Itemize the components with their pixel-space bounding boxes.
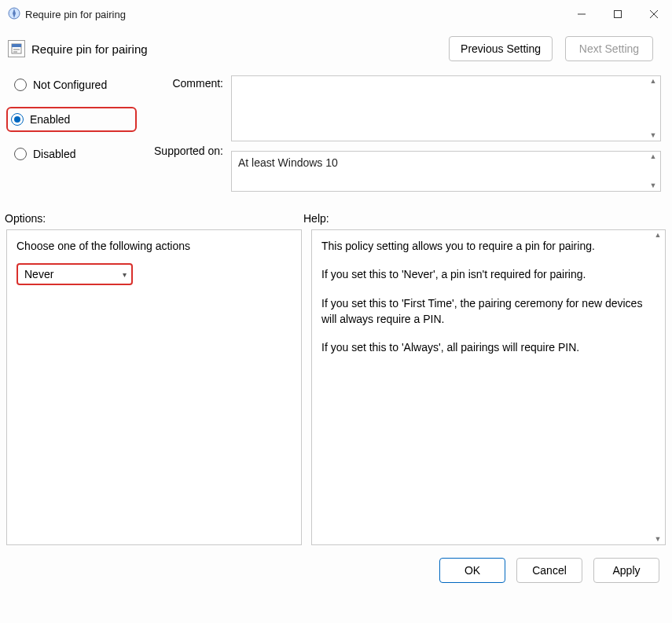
svg-rect-2: [615, 11, 622, 18]
apply-button[interactable]: Apply: [593, 558, 659, 583]
header: Require pin for pairing Previous Setting…: [0, 28, 672, 61]
ok-button[interactable]: OK: [439, 558, 505, 583]
scroll-up-icon: ▲: [651, 232, 665, 239]
svg-rect-8: [13, 51, 17, 53]
close-button[interactable]: [636, 0, 672, 28]
page-title: Require pin for pairing: [31, 42, 148, 56]
help-pane: This policy setting allows you to requir…: [311, 229, 666, 545]
chevron-down-icon: ▾: [123, 270, 127, 279]
radio-disabled[interactable]: Disabled: [11, 146, 137, 162]
radio-not-configured[interactable]: Not Configured: [11, 77, 137, 93]
options-pane: Choose one of the following actions Neve…: [6, 229, 302, 545]
supported-value: At least Windows 10: [232, 152, 660, 174]
help-text: If you set this to 'Always', all pairing…: [321, 339, 655, 355]
supported-on-textbox: At least Windows 10 ▲ ▼: [231, 151, 661, 192]
options-prompt: Choose one of the following actions: [17, 240, 292, 252]
scroll-down-icon: ▼: [646, 182, 660, 189]
help-text: This policy setting allows you to requir…: [321, 238, 655, 254]
comment-value: [232, 76, 660, 86]
previous-setting-button[interactable]: Previous Setting: [449, 36, 553, 61]
titlebar: Require pin for pairing: [0, 0, 672, 28]
options-label: Options:: [5, 212, 303, 225]
radio-label: Disabled: [33, 148, 75, 160]
options-dropdown[interactable]: Never ▾: [17, 263, 133, 285]
scroll-up-icon: ▲: [646, 153, 660, 160]
window-title: Require pin for pairing: [25, 9, 126, 20]
scroll-up-icon: ▲: [646, 78, 660, 85]
scroll-down-icon: ▼: [646, 132, 660, 139]
svg-rect-7: [13, 49, 20, 50]
next-setting-button[interactable]: Next Setting: [565, 36, 653, 61]
cancel-button[interactable]: Cancel: [516, 558, 582, 583]
supported-scrollbar[interactable]: ▲ ▼: [646, 152, 660, 191]
radio-label: Enabled: [30, 113, 70, 126]
comment-label: Comment:: [145, 77, 223, 90]
help-text: If you set this to 'Never', a pin isn't …: [321, 266, 655, 282]
maximize-button[interactable]: [600, 0, 636, 28]
comment-textbox[interactable]: ▲ ▼: [231, 75, 661, 141]
radio-label: Not Configured: [33, 79, 107, 91]
radio-icon: [14, 79, 27, 91]
scroll-down-icon: ▼: [651, 536, 665, 543]
help-label: Help:: [303, 212, 661, 225]
svg-rect-6: [12, 44, 21, 47]
radio-enabled[interactable]: Enabled: [6, 107, 137, 132]
app-icon: [8, 7, 20, 22]
dialog-footer: OK Cancel Apply: [0, 545, 672, 583]
dropdown-value: Never: [24, 268, 53, 280]
radio-icon: [11, 113, 24, 126]
supported-label: Supported on:: [145, 145, 223, 157]
help-text: If you set this to 'First Time', the pai…: [321, 295, 655, 328]
radio-icon: [14, 148, 27, 160]
comment-scrollbar[interactable]: ▲ ▼: [646, 76, 660, 141]
help-scrollbar[interactable]: ▲ ▼: [651, 230, 665, 544]
minimize-button[interactable]: [564, 0, 600, 28]
policy-icon: [8, 40, 25, 57]
